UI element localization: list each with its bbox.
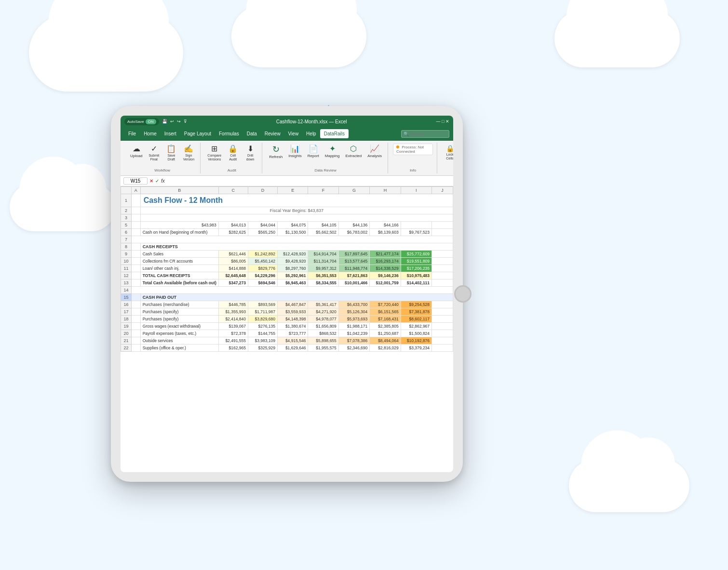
cell-H11[interactable]: $14,338,529	[370, 265, 401, 272]
cell-F20[interactable]: $868,532	[308, 330, 338, 337]
cell-B9[interactable]: Cash Sales	[140, 251, 218, 258]
menu-file[interactable]: File	[124, 129, 140, 138]
menu-home[interactable]: Home	[140, 129, 161, 138]
cell-E9[interactable]: $12,428,920	[278, 251, 308, 258]
cell-G17[interactable]: $5,126,304	[338, 308, 369, 316]
cell-D5[interactable]: $44,044	[248, 222, 277, 229]
cell-I19[interactable]: $2,862,967	[401, 323, 431, 330]
menu-review[interactable]: Review	[261, 129, 284, 138]
cell-H19[interactable]: $2,385,805	[370, 323, 401, 330]
cell-H13[interactable]: $12,001,759	[370, 279, 401, 287]
formula-input[interactable]	[167, 178, 450, 184]
cell-J13[interactable]	[432, 279, 453, 287]
cell-C10[interactable]: $86,005	[218, 258, 248, 265]
cell-B17[interactable]: Purchases (specify)	[140, 308, 218, 316]
drill-down-button[interactable]: ⬇ Drilldown	[243, 144, 258, 163]
cell-G11[interactable]: $11,948,774	[338, 265, 369, 272]
cell-C22[interactable]: $162,965	[218, 345, 248, 352]
cell-C13[interactable]: $347,273	[218, 279, 248, 287]
cell-B13[interactable]: Total Cash Available (before cash out)	[140, 279, 218, 287]
cell-H20[interactable]: $1,250,687	[370, 330, 401, 337]
menu-data[interactable]: Data	[243, 129, 261, 138]
cell-C9[interactable]: $621,446	[218, 251, 248, 258]
cell-C20[interactable]: $72,378	[218, 330, 248, 337]
cell-row7[interactable]	[132, 236, 453, 243]
cell-A18[interactable]	[132, 316, 141, 323]
cell-E21[interactable]: $4,915,546	[278, 337, 308, 345]
cell-G21[interactable]: $7,078,386	[338, 337, 369, 345]
cell-I6[interactable]: $9,767,523	[401, 229, 431, 236]
cell-D11[interactable]: $829,776	[248, 265, 277, 272]
cell-C19[interactable]: $139,067	[218, 323, 248, 330]
filter-icon[interactable]: ⊽	[184, 119, 187, 124]
tablet-home-button[interactable]	[454, 285, 472, 303]
cell-B11[interactable]: Loan/ other cash inj.	[140, 265, 218, 272]
cell-A10[interactable]	[132, 258, 141, 265]
cell-I18[interactable]: $8,602,117	[401, 316, 431, 323]
lock-cells-button[interactable]: 🔒 LockCells	[442, 144, 453, 162]
cell-C5[interactable]: $44,013	[218, 222, 248, 229]
cell-C12[interactable]: $2,645,648	[218, 272, 248, 279]
cell-D6[interactable]: $565,250	[248, 229, 277, 236]
save-draft-button[interactable]: 📋 SaveDraft	[163, 144, 179, 163]
cell-E20[interactable]: $723,777	[278, 330, 308, 337]
cell-D13[interactable]: $694,546	[248, 279, 277, 287]
cell-E18[interactable]: $4,148,398	[278, 316, 308, 323]
cell-D18[interactable]: $3,829,680	[248, 316, 277, 323]
cell-J21[interactable]	[432, 337, 453, 345]
cell-E12[interactable]: $5,292,961	[278, 272, 308, 279]
cell-E16[interactable]: $4,467,847	[278, 301, 308, 308]
cell-B3[interactable]	[140, 214, 453, 222]
refresh-button[interactable]: ↻ Refresh	[267, 144, 284, 160]
cell-G9[interactable]: $17,897,645	[338, 251, 369, 258]
cell-I21[interactable]: $10,192,876	[401, 337, 431, 345]
cell-D16[interactable]: $893,569	[248, 301, 277, 308]
cell-H6[interactable]: $8,139,603	[370, 229, 401, 236]
cell-A16[interactable]	[132, 301, 141, 308]
cell-A5[interactable]	[132, 222, 141, 229]
cell-C6[interactable]: $282,625	[218, 229, 248, 236]
cell-B22[interactable]: Supplies (office & oper.)	[140, 345, 218, 352]
cell-H22[interactable]: $2,816,029	[370, 345, 401, 352]
cell-B16[interactable]: Purchases (merchandise)	[140, 301, 218, 308]
cell-F5[interactable]: $44,105	[308, 222, 338, 229]
cell-A9[interactable]	[132, 251, 141, 258]
cell-A6[interactable]	[132, 229, 141, 236]
cell-E10[interactable]: $9,428,920	[278, 258, 308, 265]
cell-B21[interactable]: Outside services	[140, 337, 218, 345]
cell-G10[interactable]: $13,577,645	[338, 258, 369, 265]
cell-J12[interactable]	[432, 272, 453, 279]
cell-I10[interactable]: $19,551,809	[401, 258, 431, 265]
cell-E17[interactable]: $3,559,933	[278, 308, 308, 316]
cell-D20[interactable]: $144,755	[248, 330, 277, 337]
cell-C21[interactable]: $2,491,555	[218, 337, 248, 345]
cell-E11[interactable]: $8,297,760	[278, 265, 308, 272]
cell-J19[interactable]	[432, 323, 453, 330]
extracted-button[interactable]: ⬡ Extracted	[343, 144, 364, 159]
cell-A3[interactable]	[132, 214, 141, 222]
cell-D21[interactable]: $3,983,109	[248, 337, 277, 345]
cell-J18[interactable]	[432, 316, 453, 323]
analysis-button[interactable]: 📈 Analysis	[365, 144, 384, 159]
cell-reference[interactable]	[123, 177, 148, 185]
cell-B6[interactable]: Cash on Hand (beginning of month)	[140, 229, 218, 236]
cell-A2[interactable]	[132, 207, 141, 214]
cell-J6[interactable]	[432, 229, 453, 236]
cell-G16[interactable]: $6,433,700	[338, 301, 369, 308]
cell-H9[interactable]: $21,477,174	[370, 251, 401, 258]
cell-J16[interactable]	[432, 301, 453, 308]
cell-H17[interactable]: $6,151,565	[370, 308, 401, 316]
cell-I20[interactable]: $1,500,824	[401, 330, 431, 337]
cell-I12[interactable]: $10,975,483	[401, 272, 431, 279]
cell-D17[interactable]: $1,711,987	[248, 308, 277, 316]
cell-H16[interactable]: $7,720,440	[370, 301, 401, 308]
cell-G20[interactable]: $1,042,239	[338, 330, 369, 337]
cell-C17[interactable]: $1,355,993	[218, 308, 248, 316]
submit-final-button[interactable]: ✓ SubmitFinal	[146, 144, 162, 163]
cell-G22[interactable]: $2,346,690	[338, 345, 369, 352]
cell-H18[interactable]: $7,168,431	[370, 316, 401, 323]
menu-datarails[interactable]: DataRails	[320, 129, 349, 138]
cell-A17[interactable]	[132, 308, 141, 316]
cell-D10[interactable]: $5,450,142	[248, 258, 277, 265]
cell-G19[interactable]: $1,988,171	[338, 323, 369, 330]
